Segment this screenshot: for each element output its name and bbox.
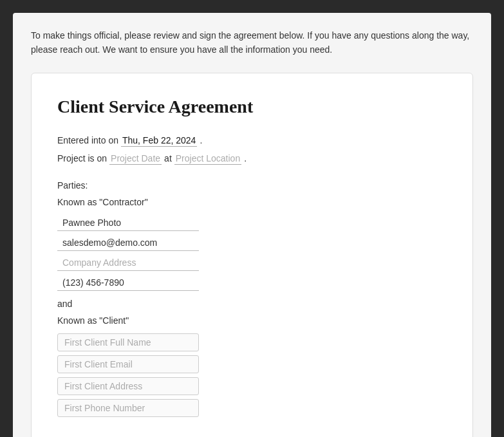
project-date-field[interactable]: Project Date [109, 153, 162, 165]
known-as-client-label: Known as "Client" [57, 315, 447, 326]
at-label: at [164, 153, 172, 163]
project-is-on-label: Project is on [57, 153, 107, 163]
document-title: Client Service Agreement [57, 97, 447, 117]
parties-label: Parties: [57, 180, 447, 191]
contractor-address-field[interactable]: Company Address [57, 255, 199, 271]
intro-text: To make things official, please review a… [31, 28, 473, 57]
client-block: First Client Full Name First Client Emai… [57, 333, 447, 417]
client-email-field[interactable]: First Client Email [57, 355, 199, 373]
date-group: Entered into on Thu, Feb 22, 2024 . Proj… [57, 135, 447, 165]
contractor-email-field[interactable]: salesdemo@demo.com [57, 235, 199, 251]
entered-date-line: Entered into on Thu, Feb 22, 2024 . [57, 135, 447, 147]
known-as-contractor-label: Known as "Contractor" [57, 197, 447, 207]
date-period: . [200, 135, 202, 145]
project-location-field[interactable]: Project Location [174, 153, 241, 165]
outer-container: To make things official, please review a… [13, 13, 491, 437]
and-label: and [57, 299, 447, 309]
project-period: . [244, 153, 247, 163]
contractor-phone-field[interactable]: (123) 456-7890 [57, 275, 199, 291]
client-name-field[interactable]: First Client Full Name [57, 333, 199, 351]
entered-date-field[interactable]: Thu, Feb 22, 2024 [121, 135, 197, 147]
entered-into-on-label: Entered into on [57, 135, 118, 145]
document-card: Client Service Agreement Entered into on… [31, 73, 473, 437]
project-date-line: Project is on Project Date at Project Lo… [57, 153, 447, 165]
client-phone-field[interactable]: First Phone Number [57, 399, 199, 417]
contractor-name-field[interactable]: Pawnee Photo [57, 215, 199, 231]
contractor-block: Pawnee Photo salesdemo@demo.com Company … [57, 215, 447, 291]
client-address-field[interactable]: First Client Address [57, 377, 199, 395]
